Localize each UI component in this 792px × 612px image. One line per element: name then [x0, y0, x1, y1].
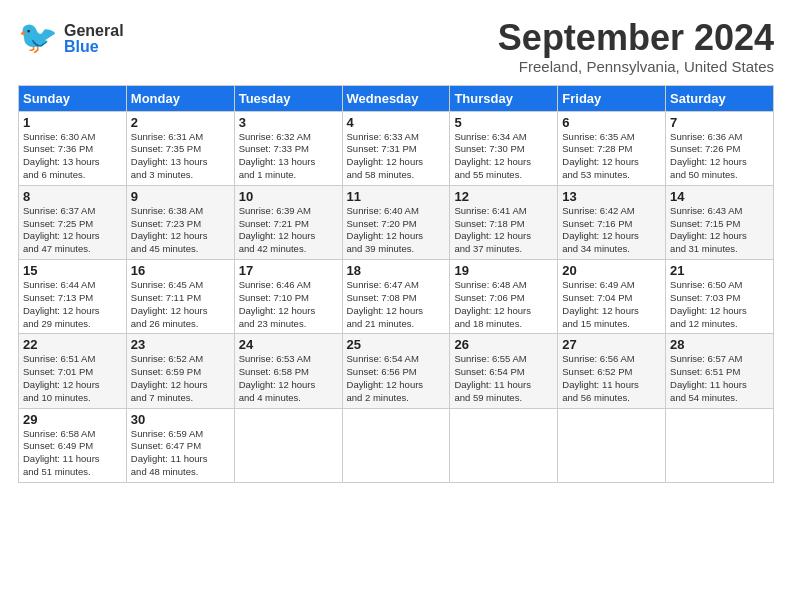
day-info: Sunrise: 6:33 AM Sunset: 7:31 PM Dayligh… [347, 131, 446, 182]
calendar-cell: 24Sunrise: 6:53 AM Sunset: 6:58 PM Dayli… [234, 334, 342, 408]
calendar-cell: 3Sunrise: 6:32 AM Sunset: 7:33 PM Daylig… [234, 111, 342, 185]
calendar-table: SundayMondayTuesdayWednesdayThursdayFrid… [18, 85, 774, 483]
day-number: 13 [562, 189, 661, 204]
day-info: Sunrise: 6:50 AM Sunset: 7:03 PM Dayligh… [670, 279, 769, 330]
day-info: Sunrise: 6:32 AM Sunset: 7:33 PM Dayligh… [239, 131, 338, 182]
calendar-cell: 19Sunrise: 6:48 AM Sunset: 7:06 PM Dayli… [450, 260, 558, 334]
day-number: 11 [347, 189, 446, 204]
location-subtitle: Freeland, Pennsylvania, United States [498, 58, 774, 75]
calendar-cell: 10Sunrise: 6:39 AM Sunset: 7:21 PM Dayli… [234, 185, 342, 259]
day-info: Sunrise: 6:47 AM Sunset: 7:08 PM Dayligh… [347, 279, 446, 330]
day-info: Sunrise: 6:49 AM Sunset: 7:04 PM Dayligh… [562, 279, 661, 330]
day-number: 18 [347, 263, 446, 278]
day-number: 9 [131, 189, 230, 204]
day-number: 16 [131, 263, 230, 278]
calendar-cell: 26Sunrise: 6:55 AM Sunset: 6:54 PM Dayli… [450, 334, 558, 408]
day-number: 14 [670, 189, 769, 204]
calendar-cell: 16Sunrise: 6:45 AM Sunset: 7:11 PM Dayli… [126, 260, 234, 334]
day-info: Sunrise: 6:52 AM Sunset: 6:59 PM Dayligh… [131, 353, 230, 404]
day-info: Sunrise: 6:34 AM Sunset: 7:30 PM Dayligh… [454, 131, 553, 182]
day-number: 1 [23, 115, 122, 130]
day-info: Sunrise: 6:37 AM Sunset: 7:25 PM Dayligh… [23, 205, 122, 256]
calendar-cell [666, 408, 774, 482]
day-info: Sunrise: 6:56 AM Sunset: 6:52 PM Dayligh… [562, 353, 661, 404]
calendar-cell: 21Sunrise: 6:50 AM Sunset: 7:03 PM Dayli… [666, 260, 774, 334]
page-header: 🐦 General Blue September 2024 Freeland, … [18, 18, 774, 75]
day-number: 6 [562, 115, 661, 130]
day-number: 22 [23, 337, 122, 352]
day-number: 4 [347, 115, 446, 130]
calendar-cell: 23Sunrise: 6:52 AM Sunset: 6:59 PM Dayli… [126, 334, 234, 408]
weekday-header-friday: Friday [558, 85, 666, 111]
calendar-cell: 7Sunrise: 6:36 AM Sunset: 7:26 PM Daylig… [666, 111, 774, 185]
calendar-cell: 15Sunrise: 6:44 AM Sunset: 7:13 PM Dayli… [19, 260, 127, 334]
calendar-cell: 30Sunrise: 6:59 AM Sunset: 6:47 PM Dayli… [126, 408, 234, 482]
calendar-cell: 18Sunrise: 6:47 AM Sunset: 7:08 PM Dayli… [342, 260, 450, 334]
calendar-cell: 29Sunrise: 6:58 AM Sunset: 6:49 PM Dayli… [19, 408, 127, 482]
day-info: Sunrise: 6:55 AM Sunset: 6:54 PM Dayligh… [454, 353, 553, 404]
calendar-cell: 5Sunrise: 6:34 AM Sunset: 7:30 PM Daylig… [450, 111, 558, 185]
calendar-week-row: 22Sunrise: 6:51 AM Sunset: 7:01 PM Dayli… [19, 334, 774, 408]
calendar-cell: 25Sunrise: 6:54 AM Sunset: 6:56 PM Dayli… [342, 334, 450, 408]
day-number: 20 [562, 263, 661, 278]
day-info: Sunrise: 6:40 AM Sunset: 7:20 PM Dayligh… [347, 205, 446, 256]
svg-text:🐦: 🐦 [18, 18, 58, 56]
weekday-header-monday: Monday [126, 85, 234, 111]
day-info: Sunrise: 6:51 AM Sunset: 7:01 PM Dayligh… [23, 353, 122, 404]
calendar-week-row: 1Sunrise: 6:30 AM Sunset: 7:36 PM Daylig… [19, 111, 774, 185]
day-number: 26 [454, 337, 553, 352]
day-info: Sunrise: 6:36 AM Sunset: 7:26 PM Dayligh… [670, 131, 769, 182]
calendar-week-row: 29Sunrise: 6:58 AM Sunset: 6:49 PM Dayli… [19, 408, 774, 482]
weekday-header-thursday: Thursday [450, 85, 558, 111]
day-number: 19 [454, 263, 553, 278]
calendar-cell: 20Sunrise: 6:49 AM Sunset: 7:04 PM Dayli… [558, 260, 666, 334]
calendar-cell: 22Sunrise: 6:51 AM Sunset: 7:01 PM Dayli… [19, 334, 127, 408]
calendar-cell: 28Sunrise: 6:57 AM Sunset: 6:51 PM Dayli… [666, 334, 774, 408]
calendar-page: 🐦 General Blue September 2024 Freeland, … [0, 0, 792, 493]
day-number: 3 [239, 115, 338, 130]
day-info: Sunrise: 6:30 AM Sunset: 7:36 PM Dayligh… [23, 131, 122, 182]
logo-general-text: General [64, 23, 124, 39]
month-title: September 2024 [498, 18, 774, 58]
day-info: Sunrise: 6:58 AM Sunset: 6:49 PM Dayligh… [23, 428, 122, 479]
logo: 🐦 General Blue [18, 18, 124, 60]
weekday-header-wednesday: Wednesday [342, 85, 450, 111]
calendar-cell [450, 408, 558, 482]
day-info: Sunrise: 6:48 AM Sunset: 7:06 PM Dayligh… [454, 279, 553, 330]
day-info: Sunrise: 6:38 AM Sunset: 7:23 PM Dayligh… [131, 205, 230, 256]
day-number: 12 [454, 189, 553, 204]
calendar-cell [342, 408, 450, 482]
day-number: 5 [454, 115, 553, 130]
calendar-cell: 6Sunrise: 6:35 AM Sunset: 7:28 PM Daylig… [558, 111, 666, 185]
calendar-cell: 13Sunrise: 6:42 AM Sunset: 7:16 PM Dayli… [558, 185, 666, 259]
calendar-header-row: SundayMondayTuesdayWednesdayThursdayFrid… [19, 85, 774, 111]
calendar-cell: 11Sunrise: 6:40 AM Sunset: 7:20 PM Dayli… [342, 185, 450, 259]
calendar-week-row: 15Sunrise: 6:44 AM Sunset: 7:13 PM Dayli… [19, 260, 774, 334]
day-number: 27 [562, 337, 661, 352]
logo-icon: 🐦 [18, 18, 60, 60]
day-number: 2 [131, 115, 230, 130]
calendar-cell: 8Sunrise: 6:37 AM Sunset: 7:25 PM Daylig… [19, 185, 127, 259]
calendar-cell: 27Sunrise: 6:56 AM Sunset: 6:52 PM Dayli… [558, 334, 666, 408]
calendar-week-row: 8Sunrise: 6:37 AM Sunset: 7:25 PM Daylig… [19, 185, 774, 259]
weekday-header-sunday: Sunday [19, 85, 127, 111]
calendar-cell [234, 408, 342, 482]
calendar-cell: 4Sunrise: 6:33 AM Sunset: 7:31 PM Daylig… [342, 111, 450, 185]
calendar-cell: 17Sunrise: 6:46 AM Sunset: 7:10 PM Dayli… [234, 260, 342, 334]
day-info: Sunrise: 6:42 AM Sunset: 7:16 PM Dayligh… [562, 205, 661, 256]
day-info: Sunrise: 6:39 AM Sunset: 7:21 PM Dayligh… [239, 205, 338, 256]
logo-name: General Blue [64, 23, 124, 55]
calendar-cell: 1Sunrise: 6:30 AM Sunset: 7:36 PM Daylig… [19, 111, 127, 185]
day-info: Sunrise: 6:43 AM Sunset: 7:15 PM Dayligh… [670, 205, 769, 256]
day-info: Sunrise: 6:35 AM Sunset: 7:28 PM Dayligh… [562, 131, 661, 182]
day-number: 8 [23, 189, 122, 204]
day-info: Sunrise: 6:57 AM Sunset: 6:51 PM Dayligh… [670, 353, 769, 404]
day-number: 28 [670, 337, 769, 352]
day-info: Sunrise: 6:44 AM Sunset: 7:13 PM Dayligh… [23, 279, 122, 330]
calendar-cell: 9Sunrise: 6:38 AM Sunset: 7:23 PM Daylig… [126, 185, 234, 259]
day-info: Sunrise: 6:54 AM Sunset: 6:56 PM Dayligh… [347, 353, 446, 404]
day-info: Sunrise: 6:46 AM Sunset: 7:10 PM Dayligh… [239, 279, 338, 330]
title-block: September 2024 Freeland, Pennsylvania, U… [498, 18, 774, 75]
day-number: 24 [239, 337, 338, 352]
logo-blue-text: Blue [64, 39, 124, 55]
